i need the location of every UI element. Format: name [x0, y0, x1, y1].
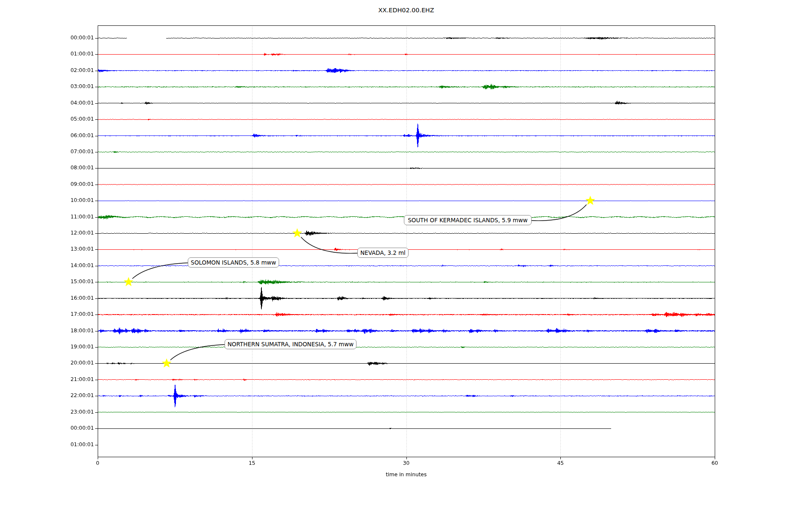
- event-annotation-nevada: NEVADA, 3.2 ml: [357, 248, 409, 258]
- event-annotation-kermadec: SOUTH OF KERMADEC ISLANDS, 5.9 mww: [404, 215, 532, 225]
- event-annotation-sumatra: NORTHERN SUMATRA, INDONESIA, 5.7 mww: [225, 339, 357, 349]
- x-axis-title: time in minutes: [98, 472, 715, 478]
- event-annotation-solomon: SOLOMON ISLANDS, 5.8 mww: [188, 257, 279, 268]
- helicorder-page: XX.EDH02.00.EHZ 00:00:0101:00:0102:00:01…: [0, 0, 812, 508]
